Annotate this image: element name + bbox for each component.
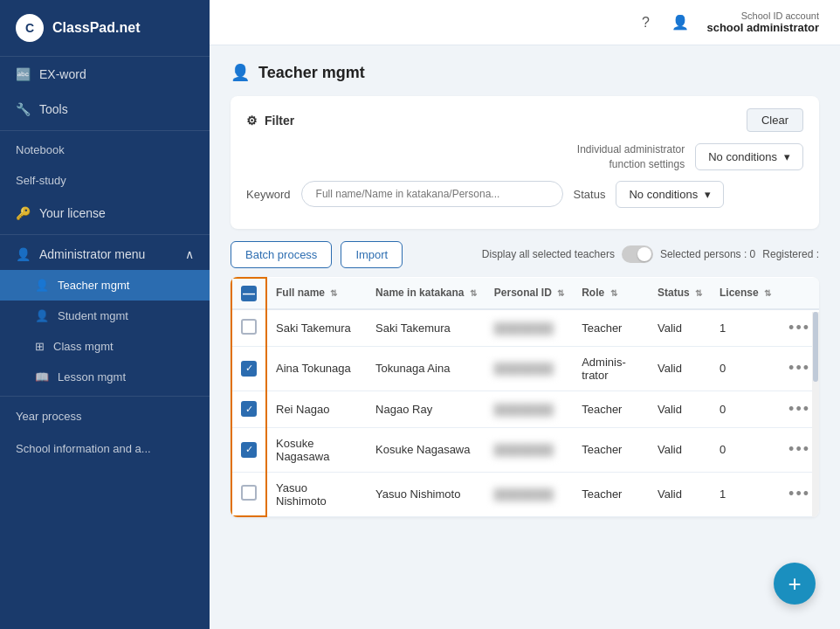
row-menu-dots[interactable]: ••• <box>788 359 810 377</box>
row-menu-dots[interactable]: ••• <box>788 440 810 458</box>
student-mgmt-icon: 👤 <box>35 309 49 322</box>
row-license: 0 <box>711 346 780 391</box>
topbar-account-name: school administrator <box>706 21 819 34</box>
personal-id-value: ████████ <box>494 404 554 416</box>
topbar-account: School ID account school administrator <box>706 10 819 34</box>
sidebar-item-tools[interactable]: 🔧 Tools <box>0 92 210 127</box>
row-checkbox[interactable]: ✓ <box>241 361 257 377</box>
row-katakana: Tokunaga Aina <box>367 346 485 391</box>
help-icon[interactable]: ? <box>633 10 658 35</box>
topbar: ? 👤 School ID account school administrat… <box>210 0 840 45</box>
status-dropdown[interactable]: No conditions ▾ <box>616 181 724 208</box>
sidebar-self-study-label: Self-study <box>16 174 66 187</box>
sidebar-item-teacher-mgmt[interactable]: 👤 Teacher mgmt <box>0 270 210 301</box>
table-row: ✓ Rei Nagao Nagao Ray ████████ Teacher V… <box>231 391 819 427</box>
personal-id-value: ████████ <box>494 488 554 501</box>
row-menu-dots[interactable]: ••• <box>788 400 810 418</box>
chevron-up-icon: ∧ <box>185 247 194 261</box>
row-role: Teacher <box>573 472 649 516</box>
filter-admin-row: Individual administratorfunction setting… <box>246 142 803 172</box>
row-full-name: Kosuke Nagasawa <box>266 427 367 472</box>
display-all-toggle[interactable] <box>622 245 653 263</box>
row-menu-dots[interactable]: ••• <box>788 485 810 502</box>
full-name-sort-icon[interactable]: ⇅ <box>330 288 337 298</box>
filter-card: ⚙ Filter Clear Individual administratorf… <box>231 96 819 229</box>
lesson-mgmt-icon: 📖 <box>35 370 49 384</box>
account-icon[interactable]: 👤 <box>668 10 692 35</box>
sidebar-lesson-mgmt-label: Lesson mgmt <box>58 370 126 384</box>
row-full-name: Aina Tokunaga <box>266 346 367 391</box>
row-role: Adminis­trator <box>573 346 649 391</box>
table-header-full-name: Full name ⇅ <box>266 278 367 309</box>
table-header-role: Role ⇅ <box>573 278 649 309</box>
select-all-checkbox[interactable]: — <box>241 286 257 301</box>
row-menu-dots[interactable]: ••• <box>788 319 810 336</box>
sidebar: C ClassPad.net 🔤 EX-word 🔧 Tools Noteboo… <box>0 0 210 629</box>
row-checkbox[interactable] <box>241 319 257 335</box>
row-personal-id: ████████ <box>485 427 573 472</box>
row-license: 0 <box>711 427 780 472</box>
filter-title-row: ⚙ Filter <box>246 114 294 128</box>
sidebar-logo: C ClassPad.net <box>0 0 210 57</box>
row-full-name: Saki Takemura <box>266 309 367 347</box>
sidebar-item-student-mgmt[interactable]: 👤 Student mgmt <box>0 301 210 331</box>
sidebar-item-year-process[interactable]: Year process <box>0 400 210 432</box>
content-area: 👤 Teacher mgmt ⚙ Filter Clear Individual… <box>210 45 840 629</box>
status-label: Status <box>574 188 606 201</box>
exword-icon: 🔤 <box>16 67 31 81</box>
teacher-table: — Full name ⇅ Name in katakana ⇅ Persona… <box>231 277 819 518</box>
status-sort-icon[interactable]: ⇅ <box>695 288 702 298</box>
batch-process-button[interactable]: Batch process <box>231 241 332 268</box>
admin-menu-icon: 👤 <box>16 247 31 261</box>
license-icon: 🔑 <box>16 206 31 220</box>
katakana-sort-icon[interactable]: ⇅ <box>470 288 477 298</box>
clear-button[interactable]: Clear <box>747 108 803 132</box>
row-checkbox-cell <box>231 309 266 347</box>
table-header-menu <box>780 278 819 309</box>
page-header: 👤 Teacher mgmt <box>231 63 819 82</box>
sidebar-item-school-info[interactable]: School information and a... <box>0 432 210 465</box>
sidebar-notebook-label: Notebook <box>16 143 65 156</box>
admin-menu-header[interactable]: 👤 Administrator menu ∧ <box>0 238 210 270</box>
scrollbar-track[interactable] <box>812 312 819 518</box>
row-checkbox[interactable]: ✓ <box>241 442 257 458</box>
table-header-checkbox: — <box>231 278 266 309</box>
sidebar-item-lesson-mgmt[interactable]: 📖 Lesson mgmt <box>0 362 210 392</box>
sidebar-divider-3 <box>0 396 210 397</box>
personal-id-sort-icon[interactable]: ⇅ <box>557 288 564 298</box>
admin-menu-label: Administrator menu <box>39 247 145 261</box>
table-header-license: License ⇅ <box>711 278 780 309</box>
row-personal-id: ████████ <box>485 309 573 347</box>
filter-icon: ⚙ <box>246 114 258 128</box>
row-status: Valid <box>649 427 711 472</box>
add-fab-button[interactable]: + <box>774 563 816 605</box>
row-personal-id: ████████ <box>485 391 573 427</box>
table-header-katakana: Name in katakana ⇅ <box>367 278 485 309</box>
sidebar-item-self-study[interactable]: Self-study <box>0 165 210 196</box>
role-sort-icon[interactable]: ⇅ <box>610 288 617 298</box>
page-title: Teacher mgmt <box>258 64 365 82</box>
admin-function-dropdown[interactable]: No conditions ▾ <box>695 143 803 170</box>
selected-persons-label: Selected persons : 0 <box>660 248 755 260</box>
row-katakana: Kosuke Nagasawa <box>367 427 485 472</box>
sidebar-item-class-mgmt[interactable]: ⊞ Class mgmt <box>0 331 210 362</box>
keyword-input[interactable] <box>301 181 563 207</box>
topbar-icons: ? 👤 <box>633 10 692 35</box>
sidebar-item-exword[interactable]: 🔤 EX-word <box>0 57 210 92</box>
topbar-account-label: School ID account <box>706 10 819 21</box>
topbar-account-text: School ID account school administrator <box>706 10 819 34</box>
row-checkbox-cell <box>231 472 266 516</box>
row-checkbox[interactable] <box>241 485 257 501</box>
sidebar-item-notebook[interactable]: Notebook <box>0 135 210 165</box>
row-status: Valid <box>649 472 711 516</box>
sidebar-class-mgmt-label: Class mgmt <box>53 340 114 353</box>
row-checkbox[interactable]: ✓ <box>241 401 257 417</box>
license-sort-icon[interactable]: ⇅ <box>764 288 771 298</box>
sidebar-item-license[interactable]: 🔑 Your license <box>0 196 210 231</box>
sidebar-exword-label: EX-word <box>39 67 86 81</box>
table-row: ✓ Aina Tokunaga Tokunaga Aina ████████ A… <box>231 346 819 391</box>
import-button[interactable]: Import <box>341 241 403 268</box>
row-personal-id: ████████ <box>485 472 573 516</box>
main-area: ? 👤 School ID account school administrat… <box>210 0 840 629</box>
scrollbar-thumb <box>813 312 818 382</box>
